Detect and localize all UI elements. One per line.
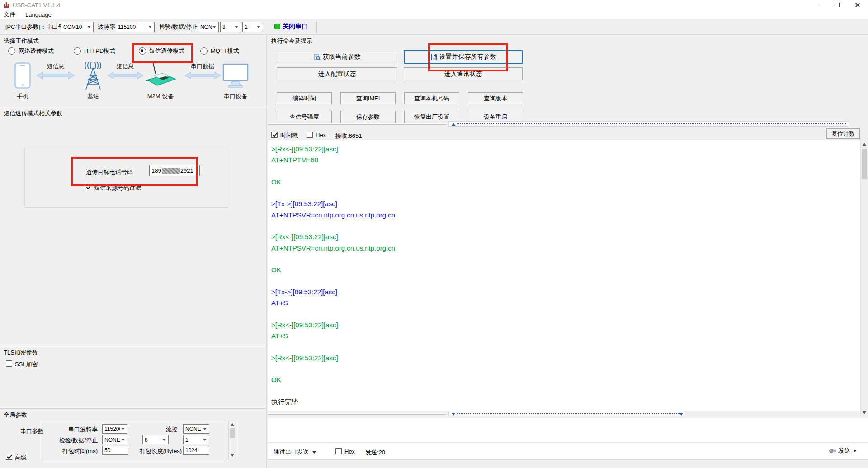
reset-count-label: 复位计数 — [831, 130, 855, 138]
send-button[interactable]: 发送 — [829, 447, 857, 455]
recv-hex-checkbox[interactable] — [307, 132, 313, 138]
command-button-2[interactable]: 查询本机号码 — [404, 92, 459, 104]
command-button-5[interactable]: 保存参数 — [340, 111, 396, 123]
tls-title: TLS加密参数 — [4, 349, 38, 356]
g-flow-label: 流控 — [156, 425, 178, 434]
log-line: AT+S — [271, 298, 860, 308]
log-line — [271, 341, 860, 352]
com-port-select[interactable]: COM10 — [61, 22, 94, 32]
save-icon — [430, 54, 437, 61]
scrollbar-thumb[interactable] — [862, 149, 867, 179]
pack-time-input[interactable]: 50 — [102, 446, 128, 455]
parity-select[interactable]: NONE — [198, 22, 219, 32]
parity-label: 检验/数据/停止 — [159, 23, 198, 31]
close-port-button[interactable]: 关闭串口 — [283, 23, 308, 31]
sent-count: 发送:20 — [365, 449, 385, 457]
set-save-all-params-label: 设置并保存所有参数 — [439, 53, 496, 61]
advanced-label: 高级 — [15, 454, 27, 462]
log-line: >[Tx->][09:53:22][asc] — [271, 199, 860, 209]
radio-icon[interactable] — [8, 47, 15, 55]
log-h-scrollbar-bottom[interactable] — [448, 411, 685, 416]
log-v-scrollbar[interactable] — [860, 140, 868, 417]
minimize-button[interactable] — [806, 0, 826, 10]
pack-time-label: 打包时间(ms) — [52, 447, 98, 455]
enter-comm-state-button[interactable]: 进入通讯状态 — [404, 67, 523, 80]
radio-icon[interactable] — [74, 47, 81, 55]
g-databits-select[interactable]: 8 — [142, 435, 169, 444]
scroll-up-icon[interactable] — [231, 423, 234, 426]
minimize-icon — [814, 5, 818, 5]
command-button-4[interactable]: 查信号强度 — [277, 111, 332, 123]
ssl-encrypt-checkbox[interactable] — [6, 360, 12, 367]
phone-number-input[interactable]: 1892921 — [149, 165, 200, 176]
global-params-scrollbar[interactable] — [228, 421, 236, 459]
double-arrow-icon — [184, 71, 221, 80]
scrollbar-thumb[interactable] — [230, 428, 235, 438]
sms-params-section-header: 短信透传模式相关参数 — [0, 107, 266, 118]
send-hex-checkbox[interactable] — [335, 448, 342, 454]
g-baud-select[interactable]: 115200 — [102, 424, 127, 434]
databits-select[interactable]: 8 — [220, 22, 241, 32]
log-line: AT+NTPSVR=cn.ntp.org.cn,us.ntp.org.cn — [271, 210, 860, 221]
recv-hex-label: Hex — [316, 132, 326, 138]
node-label-serial-device: 串口设备 — [224, 92, 247, 100]
command-button-0[interactable]: 编译时间 — [277, 92, 332, 104]
chevron-down-icon — [203, 428, 207, 430]
recv-count: 接收:6651 — [335, 132, 362, 140]
close-icon — [855, 2, 860, 8]
stopbits-select[interactable]: 1 — [242, 22, 263, 32]
reset-count-button[interactable]: 复位计数 — [826, 128, 860, 139]
g-parity-select[interactable]: NONE — [102, 435, 127, 444]
command-button-label: 设备重启 — [484, 113, 507, 121]
phone-prefix: 189 — [151, 167, 161, 174]
sms-source-filter-checkbox[interactable] — [85, 184, 91, 190]
base-station-icon — [80, 68, 106, 90]
menu-file[interactable]: 文件 — [4, 10, 15, 19]
log-output-area[interactable]: >[Rx<-][09:53:22][asc]AT+NTPTM=60 OK >[T… — [268, 140, 860, 411]
mode-radio-1[interactable]: HTTPD模式 — [74, 47, 115, 55]
g-stopbits-select[interactable]: 1 — [183, 435, 209, 444]
menu-language[interactable]: Language — [25, 11, 52, 18]
send-via-dropdown[interactable]: 通过串口发送 — [274, 448, 316, 456]
scroll-down-icon[interactable] — [863, 411, 866, 414]
scroll-marker-icon — [452, 123, 455, 126]
mode-radio-label: 网络透传模式 — [19, 47, 54, 55]
timestamp-checkbox[interactable] — [271, 132, 278, 138]
command-button-label: 查询IMEI — [356, 95, 380, 103]
command-button-label: 查询版本 — [484, 95, 507, 103]
scroll-down-icon[interactable] — [231, 454, 234, 457]
mode-radio-2[interactable]: 短信透传模式 — [139, 47, 184, 55]
g-flow-select[interactable]: NONE — [183, 424, 209, 434]
chevron-down-icon — [162, 439, 166, 441]
command-button-label: 保存参数 — [356, 113, 380, 121]
baud-select[interactable]: 115200 — [116, 22, 155, 32]
maximize-button[interactable] — [826, 0, 847, 10]
log-line — [271, 364, 860, 374]
radio-icon[interactable] — [200, 47, 208, 55]
log-h-scrollbar-top[interactable] — [448, 121, 849, 127]
close-button[interactable] — [847, 0, 868, 10]
pack-len-input[interactable]: 1024 — [183, 446, 209, 455]
mode-radio-0[interactable]: 网络透传模式 — [8, 47, 54, 55]
get-current-params-button[interactable]: 获取当前参数 — [277, 51, 397, 63]
enter-config-state-button[interactable]: 进入配置状态 — [277, 67, 397, 80]
serial-toolbar: [PC串口参数]：串口号 COM10 波特率 115200 检验/数据/停止 N… — [0, 19, 868, 34]
node-label-m2m: M2M 设备 — [147, 92, 174, 100]
log-line: OK — [271, 374, 860, 385]
speaker-icon — [829, 447, 836, 454]
command-button-1[interactable]: 查询IMEI — [340, 92, 396, 104]
radio-icon[interactable] — [139, 47, 146, 55]
send-input-area[interactable] — [268, 418, 868, 459]
log-line: >[Rx<-][09:53:22][asc] — [271, 232, 860, 242]
sms-params-title: 短信透传模式相关参数 — [4, 110, 62, 117]
command-button-3[interactable]: 查询版本 — [468, 92, 523, 104]
double-arrow-icon — [107, 71, 144, 80]
baud-label: 波特率 — [98, 23, 115, 31]
g-baud-label: 串口波特率 — [54, 425, 98, 434]
mode-radio-3[interactable]: MQTT模式 — [200, 47, 239, 55]
panel-splitter[interactable] — [266, 34, 267, 468]
scroll-up-icon[interactable] — [863, 143, 866, 146]
set-save-all-params-button[interactable]: 设置并保存所有参数 — [404, 50, 523, 64]
command-button-label: 查询本机号码 — [414, 95, 449, 103]
advanced-checkbox[interactable] — [6, 454, 12, 460]
